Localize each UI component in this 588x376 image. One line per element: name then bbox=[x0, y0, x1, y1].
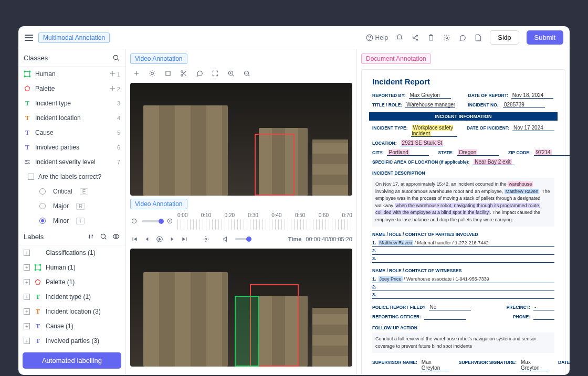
automated-labelling-button[interactable]: Automated labelling bbox=[23, 352, 121, 369]
svg-point-8 bbox=[113, 55, 118, 59]
label-classifications----[interactable]: +Classifications (1) bbox=[18, 245, 125, 260]
share-icon[interactable] bbox=[411, 34, 419, 42]
desc-header: INCIDENT DESCRIPTION bbox=[372, 170, 554, 176]
volume-icon[interactable] bbox=[223, 235, 231, 243]
class-cause[interactable]: TCause 5 bbox=[18, 125, 125, 140]
video-frame-2[interactable] bbox=[130, 249, 352, 367]
class-palette[interactable]: Palette 2 bbox=[18, 81, 125, 96]
svg-point-19 bbox=[35, 264, 36, 265]
incident-description: On Nov 17, at approximately 15:42, an in… bbox=[372, 178, 554, 227]
svg-point-14 bbox=[26, 160, 27, 162]
label-human----[interactable]: +Human (1) bbox=[18, 260, 125, 275]
brightness-icon[interactable] bbox=[148, 69, 156, 78]
officer: - bbox=[424, 314, 466, 320]
state: Oregon bbox=[457, 149, 499, 156]
gear-icon[interactable] bbox=[443, 34, 451, 42]
zoom-out-icon[interactable] bbox=[130, 217, 139, 225]
svg-rect-18 bbox=[35, 265, 40, 270]
next-icon[interactable] bbox=[168, 235, 176, 243]
label-incident-type----[interactable]: +TIncident type (1) bbox=[18, 289, 125, 304]
followup-header: FOLLOW-UP ACTION bbox=[372, 325, 554, 330]
option-major[interactable]: MajorR bbox=[18, 199, 125, 213]
svg-point-32 bbox=[205, 238, 207, 240]
labels-header: Labels bbox=[18, 228, 125, 245]
witness-1: 1.Joey Price / Warehouse associate / 1-9… bbox=[372, 275, 554, 283]
svg-point-20 bbox=[40, 264, 41, 265]
zoom-slider[interactable] bbox=[142, 220, 163, 222]
label-cause----[interactable]: +TCause (1) bbox=[18, 319, 125, 334]
city: Portland bbox=[387, 149, 429, 156]
search-icon[interactable] bbox=[99, 232, 108, 241]
location: 2921 SE Stark St bbox=[400, 140, 444, 146]
help-button[interactable]: Help bbox=[366, 34, 388, 41]
label-palette----[interactable]: +Palette (1) bbox=[18, 275, 125, 289]
label-incident-location----[interactable]: +TIncident location (3) bbox=[18, 304, 125, 319]
svg-rect-9 bbox=[25, 71, 29, 76]
video-frame-1[interactable] bbox=[130, 83, 352, 196]
settings-icon[interactable] bbox=[202, 235, 210, 243]
sort-icon[interactable] bbox=[87, 232, 95, 241]
precinct: - bbox=[533, 304, 554, 310]
svg-point-7 bbox=[446, 37, 448, 39]
svg-point-13 bbox=[29, 76, 30, 77]
clipboard-icon[interactable] bbox=[427, 34, 435, 42]
eye-icon[interactable] bbox=[112, 232, 120, 241]
document-panel: Document Annotation Incident Report REPO… bbox=[357, 49, 570, 375]
incident-no: 0285739 bbox=[503, 102, 545, 108]
skip-start-icon[interactable] bbox=[130, 235, 139, 243]
comment-icon[interactable] bbox=[458, 34, 467, 42]
palette-annotation[interactable] bbox=[255, 134, 295, 196]
class-human[interactable]: Human 1 bbox=[18, 67, 125, 81]
option-minor[interactable]: MinorT bbox=[18, 213, 125, 228]
video-panel: Video Annotation Video Annotation bbox=[126, 49, 357, 375]
volume-slider[interactable] bbox=[235, 238, 251, 240]
question-row: − Are the labels correct? bbox=[18, 169, 125, 184]
option-critical[interactable]: CriticalE bbox=[18, 184, 125, 199]
class-incident-severity-level[interactable]: Incident severity level 7 bbox=[18, 155, 125, 169]
class-incident-location[interactable]: TIncident location 4 bbox=[18, 111, 125, 125]
svg-point-22 bbox=[40, 270, 41, 271]
time-label: Time bbox=[288, 236, 301, 242]
app-tag: Multimodal Annotation bbox=[38, 33, 110, 43]
followup-action: Conduct a full review of the warehouse r… bbox=[372, 332, 554, 353]
phone: - bbox=[533, 314, 554, 320]
supervisor-sig: Max Greyton bbox=[520, 359, 549, 371]
skip-end-icon[interactable] bbox=[181, 235, 189, 243]
cut-icon[interactable] bbox=[180, 69, 188, 78]
document-icon[interactable] bbox=[474, 34, 482, 42]
date-of-report: Nov 18, 2024 bbox=[511, 92, 553, 99]
classes-header: Classes bbox=[18, 49, 125, 67]
zoom-in-icon[interactable] bbox=[166, 217, 174, 225]
add-icon[interactable] bbox=[132, 69, 141, 78]
title-role: Warehouse manager bbox=[405, 102, 455, 108]
zoom-in-icon[interactable] bbox=[227, 69, 235, 78]
playbar: Time 00:00:40/00:05:20 bbox=[130, 233, 352, 245]
comment-icon[interactable] bbox=[195, 69, 204, 78]
fit-icon[interactable] bbox=[164, 69, 172, 78]
timeline[interactable]: 0:000:100:200:300:400:500:600:70 bbox=[130, 212, 352, 230]
svg-point-26 bbox=[181, 74, 183, 77]
svg-point-10 bbox=[24, 71, 25, 72]
play-icon[interactable] bbox=[155, 235, 164, 243]
collapse-icon[interactable]: − bbox=[28, 174, 34, 180]
svg-point-11 bbox=[29, 71, 30, 72]
search-icon[interactable] bbox=[112, 53, 120, 62]
document-tag: Document Annotation bbox=[361, 53, 431, 64]
submit-button[interactable]: Submit bbox=[527, 30, 563, 45]
zoom-out-icon[interactable] bbox=[243, 69, 251, 78]
sidebar: Classes Human 1Palette 2TIncident type 3… bbox=[18, 49, 126, 375]
party-1: 1.Matthew Raven / Material handler / 1-2… bbox=[372, 239, 554, 247]
fullscreen-icon[interactable] bbox=[211, 69, 219, 78]
time-value: 00:00:40/00:05:20 bbox=[306, 236, 352, 242]
skip-button[interactable]: Skip bbox=[490, 30, 519, 45]
class-incident-type[interactable]: TIncident type 3 bbox=[18, 96, 125, 111]
svg-point-23 bbox=[151, 72, 154, 75]
prev-icon[interactable] bbox=[143, 235, 151, 243]
label-involved-parties----[interactable]: +TInvolved parties (3) bbox=[18, 334, 125, 348]
bell-icon[interactable] bbox=[395, 34, 404, 42]
menu-icon[interactable] bbox=[25, 35, 33, 41]
human-annotation[interactable] bbox=[235, 296, 259, 367]
svg-point-3 bbox=[413, 37, 414, 38]
report-title: Incident Report bbox=[372, 77, 554, 86]
class-involved-parties[interactable]: TInvolved parties 6 bbox=[18, 140, 125, 155]
